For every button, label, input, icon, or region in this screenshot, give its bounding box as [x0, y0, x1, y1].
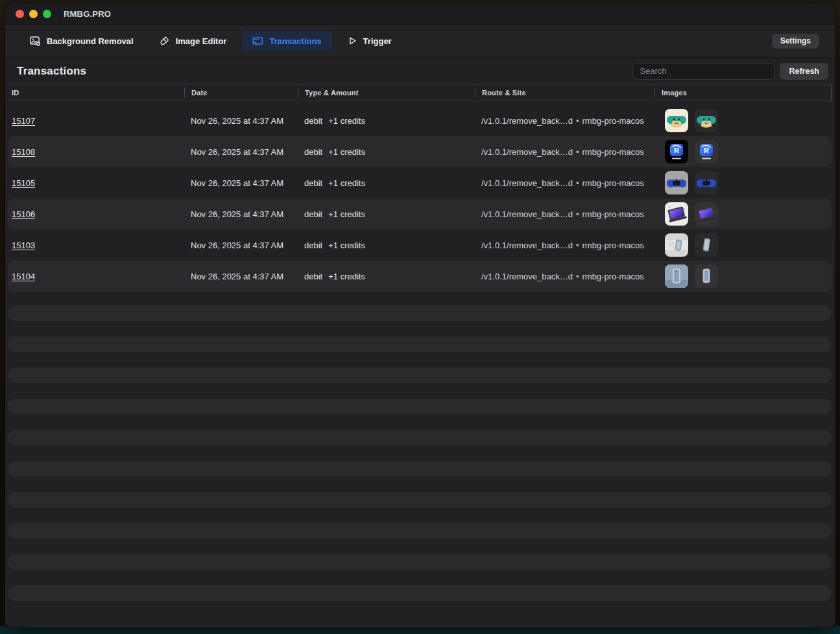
amount-value: +1 credits	[328, 178, 365, 188]
date-cell: Nov 26, 2025 at 4:37 AM	[184, 209, 298, 219]
column-header-images: Images	[654, 88, 831, 98]
empty-rows-section	[5, 292, 835, 601]
transaction-id-link[interactable]: 15103	[12, 241, 35, 250]
route-value: /v1.0.1/remove_back…d	[481, 147, 573, 157]
empty-row-placeholder	[8, 305, 832, 321]
image-plus-icon	[30, 36, 41, 46]
refresh-button[interactable]: Refresh	[780, 63, 828, 80]
site-value: rmbg-pro-macos	[582, 241, 643, 250]
route-site-cell: /v1.0.1/remove_back…d•rmbg-pro-macos	[475, 272, 654, 281]
transaction-id-link[interactable]: 15105	[12, 178, 35, 188]
type-amount-cell: debit+1 credits	[298, 209, 475, 219]
images-cell	[654, 233, 832, 257]
site-value: rmbg-pro-macos	[582, 116, 643, 126]
images-cell	[654, 202, 832, 226]
thumbnail-original[interactable]	[665, 264, 688, 288]
transaction-id-link[interactable]: 15106	[12, 209, 35, 219]
settings-button[interactable]: Settings	[772, 34, 819, 49]
separator-dot: •	[576, 241, 579, 250]
tab-label: Background Removal	[47, 36, 134, 46]
table-row: 15107 Nov 26, 2025 at 4:37 AM debit+1 cr…	[8, 105, 832, 136]
date-cell: Nov 26, 2025 at 4:37 AM	[184, 147, 298, 157]
empty-row-placeholder	[8, 336, 832, 352]
empty-row-placeholder	[8, 523, 832, 539]
images-cell	[654, 264, 832, 288]
empty-row-placeholder	[8, 492, 832, 508]
thumbnail-original[interactable]: R	[665, 140, 688, 163]
type-amount-cell: debit+1 credits	[298, 272, 475, 281]
route-site-cell: /v1.0.1/remove_back…d•rmbg-pro-macos	[475, 241, 654, 250]
site-value: rmbg-pro-macos	[582, 272, 643, 281]
images-cell	[654, 171, 832, 194]
tab-label: Image Editor	[176, 36, 227, 46]
amount-value: +1 credits	[328, 116, 365, 126]
separator-dot: •	[576, 116, 579, 126]
date-cell: Nov 26, 2025 at 4:37 AM	[184, 178, 298, 188]
amount-value: +1 credits	[328, 147, 365, 157]
transaction-id-link[interactable]: 15104	[12, 272, 35, 281]
column-header-type: Type & Amount	[298, 88, 475, 98]
images-cell: R R	[654, 140, 832, 163]
amount-value: +1 credits	[328, 241, 365, 250]
thumbnail-cutout[interactable]	[695, 202, 718, 226]
type-value: debit	[304, 178, 322, 188]
table-row: 15103 Nov 26, 2025 at 4:37 AM debit+1 cr…	[8, 229, 832, 261]
thumbnail-original[interactable]	[665, 109, 688, 132]
thumbnail-original[interactable]	[665, 171, 688, 194]
window-titlebar: RMBG.PRO	[5, 3, 835, 25]
empty-row-placeholder	[8, 399, 832, 414]
transaction-id-link[interactable]: 15108	[12, 147, 35, 157]
tab-trigger[interactable]: Trigger	[337, 30, 402, 51]
empty-row-placeholder	[8, 554, 832, 570]
empty-row-placeholder	[8, 368, 832, 383]
transactions-table: ID Date Type & Amount Route & Site Image…	[5, 84, 835, 628]
column-header-route: Route & Site	[475, 88, 654, 98]
type-amount-cell: debit+1 credits	[298, 116, 475, 126]
separator-dot: •	[576, 209, 579, 219]
type-value: debit	[304, 272, 322, 281]
images-cell	[654, 109, 832, 132]
site-value: rmbg-pro-macos	[582, 147, 643, 157]
thumbnail-cutout[interactable]	[695, 264, 718, 288]
paintbrush-icon	[160, 36, 170, 46]
type-amount-cell: debit+1 credits	[298, 178, 475, 188]
app-window: RMBG.PRO Background Removal	[5, 3, 835, 628]
play-icon	[348, 36, 357, 46]
page-title: Transactions	[17, 65, 86, 78]
route-value: /v1.0.1/remove_back…d	[481, 272, 573, 281]
type-value: debit	[304, 241, 322, 250]
tab-image-editor[interactable]: Image Editor	[149, 30, 237, 51]
content-area: Transactions Refresh ID Date Type & Amou…	[5, 58, 835, 628]
route-value: /v1.0.1/remove_back…d	[481, 209, 573, 219]
thumbnail-cutout[interactable]	[695, 171, 718, 194]
thumbnail-cutout[interactable]: R	[695, 140, 718, 163]
thumbnail-original[interactable]	[665, 233, 688, 257]
route-value: /v1.0.1/remove_back…d	[481, 178, 573, 188]
route-value: /v1.0.1/remove_back…d	[481, 241, 573, 250]
route-site-cell: /v1.0.1/remove_back…d•rmbg-pro-macos	[475, 116, 654, 126]
type-value: debit	[304, 116, 322, 126]
route-value: /v1.0.1/remove_back…d	[481, 116, 573, 126]
svg-text:R: R	[704, 147, 709, 154]
tab-background-removal[interactable]: Background Removal	[19, 30, 144, 51]
type-amount-cell: debit+1 credits	[298, 147, 475, 157]
transaction-id-link[interactable]: 15107	[12, 116, 35, 126]
thumbnail-cutout[interactable]	[695, 233, 718, 257]
table-row: 15108 Nov 26, 2025 at 4:37 AM debit+1 cr…	[8, 136, 832, 167]
empty-row-placeholder	[8, 430, 832, 445]
table-header-row: ID Date Type & Amount Route & Site Image…	[8, 84, 832, 101]
close-button[interactable]	[16, 10, 24, 18]
thumbnail-cutout[interactable]	[695, 109, 718, 132]
date-cell: Nov 26, 2025 at 4:37 AM	[184, 241, 298, 250]
tab-transactions[interactable]: Transactions	[242, 30, 331, 51]
route-site-cell: /v1.0.1/remove_back…d•rmbg-pro-macos	[475, 209, 654, 219]
credit-card-icon	[252, 36, 263, 46]
search-input[interactable]	[632, 63, 775, 80]
date-cell: Nov 26, 2025 at 4:37 AM	[184, 272, 298, 281]
route-site-cell: /v1.0.1/remove_back…d•rmbg-pro-macos	[475, 147, 654, 157]
column-header-id: ID	[8, 88, 184, 98]
thumbnail-original[interactable]	[665, 202, 688, 226]
zoom-button[interactable]	[43, 10, 51, 18]
site-value: rmbg-pro-macos	[582, 209, 643, 219]
minimize-button[interactable]	[29, 10, 38, 18]
